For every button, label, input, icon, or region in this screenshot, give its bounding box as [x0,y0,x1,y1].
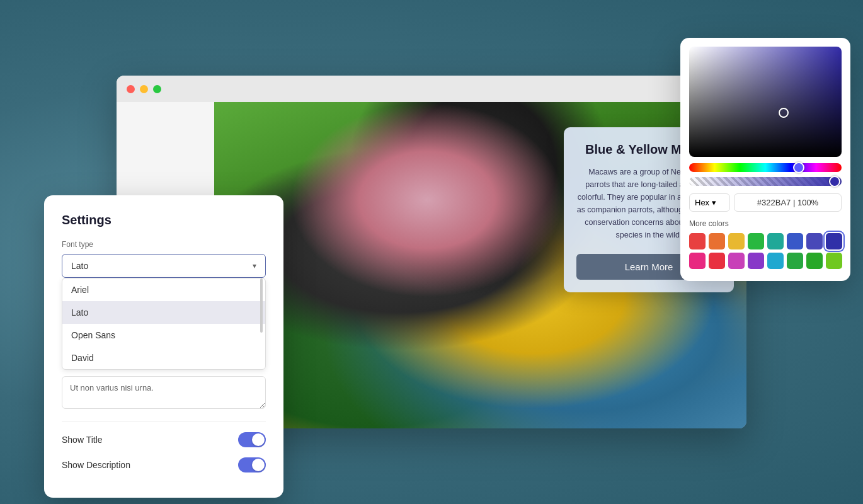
more-colors-label: More colors [689,219,842,228]
color-swatch-cyan[interactable] [767,253,784,269]
hue-slider[interactable] [689,163,842,172]
color-swatch-medgreen[interactable] [787,253,803,269]
color-format-select[interactable]: Hex ▾ [689,193,730,212]
dropdown-scrollbar [260,278,263,333]
opacity-slider-thumb [829,176,840,187]
color-format-arrow: ▾ [712,198,716,207]
color-format-label: Hex [695,198,709,207]
show-description-toggle-knob [252,459,265,471]
color-swatch-teal[interactable] [767,233,784,249]
color-swatches-row2 [689,253,842,269]
color-swatch-green[interactable] [748,233,764,249]
color-swatch-crimson[interactable] [709,253,725,269]
color-swatch-magenta[interactable] [728,253,745,269]
color-swatch-indigo[interactable] [806,233,823,249]
show-description-toggle[interactable] [238,457,266,472]
text-area-field[interactable]: Ut non varius nisi urna. [62,376,266,409]
font-option-opensans[interactable]: Open Sans [62,324,265,346]
show-description-label: Show Description [62,460,130,470]
hue-slider-thumb [793,162,804,173]
opacity-slider[interactable] [689,177,842,186]
settings-title: Settings [62,213,266,227]
show-title-row: Show Title [62,432,266,447]
color-picker-cursor [779,108,789,118]
color-swatches-row1 [689,233,842,249]
browser-titlebar [117,76,746,102]
color-swatch-orange[interactable] [709,233,725,249]
maximize-button[interactable] [153,85,161,93]
font-type-label: Font type [62,240,266,249]
font-selected-value: Lato [71,261,88,271]
font-option-ariel[interactable]: Ariel [62,278,265,301]
color-swatch-pink[interactable] [689,253,706,269]
minimize-button[interactable] [140,85,148,93]
color-picker-panel: Hex ▾ #322BA7 | 100% More colors [680,38,850,281]
font-option-david[interactable]: David [62,346,265,369]
font-dropdown-list: Ariel Lato Open Sans David [62,278,266,370]
color-swatch-red[interactable] [689,233,706,249]
color-swatch-darkblue[interactable] [826,233,842,249]
divider [62,421,266,422]
color-value-row: Hex ▾ #322BA7 | 100% [689,193,842,212]
font-option-lato[interactable]: Lato [62,301,265,324]
close-button[interactable] [127,85,135,93]
color-gradient-picker[interactable] [689,47,842,157]
dropdown-arrow-icon: ▾ [253,261,256,270]
show-title-toggle[interactable] [238,432,266,447]
color-swatch-yellow[interactable] [728,233,745,249]
settings-panel: Settings Font type Lato ▾ Ariel Lato Ope… [44,195,283,498]
color-swatch-blue[interactable] [787,233,803,249]
show-title-label: Show Title [62,435,103,445]
color-swatch-lime[interactable] [826,253,842,269]
font-type-dropdown[interactable]: Lato ▾ [62,254,266,278]
color-hex-input[interactable]: #322BA7 | 100% [734,193,842,212]
show-title-toggle-knob [252,433,265,446]
show-description-row: Show Description [62,457,266,472]
color-swatch-purple[interactable] [748,253,764,269]
color-swatch-darkgreen[interactable] [806,253,823,269]
